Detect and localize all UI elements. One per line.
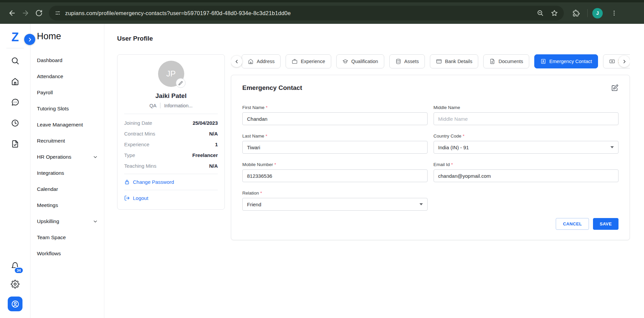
browser-toolbar: zupians.com/profile/emergency-contacts?u…: [0, 0, 644, 24]
extensions-button[interactable]: [569, 6, 583, 20]
detail-row-teaching-mins: Teaching Mins N/A: [124, 160, 218, 171]
profile-tabs: Address Experience Qualification As: [231, 54, 630, 68]
contact-badge-icon: [540, 58, 546, 64]
side-nav: Home Dashboard Attendance Payroll Tutori…: [31, 24, 104, 318]
nav-item-meetings[interactable]: Meetings: [37, 197, 104, 213]
browser-menu-button[interactable]: [607, 6, 621, 20]
my-profile-button[interactable]: [8, 297, 22, 311]
nav-item-hr-operations[interactable]: HR Operations: [37, 149, 104, 165]
chevron-left-icon: [234, 59, 240, 64]
star-icon: [551, 9, 558, 17]
nav-item-upskilling[interactable]: Upskilling: [37, 213, 104, 229]
avatar-edit-button[interactable]: [176, 78, 186, 88]
browser-back-button[interactable]: [5, 6, 19, 20]
caret-down-icon: [419, 203, 423, 205]
home-icon[interactable]: [11, 77, 19, 86]
bookmark-star-button[interactable]: [548, 7, 560, 19]
zoom-out-button[interactable]: [534, 7, 546, 19]
first-name-label: First Name*: [242, 105, 428, 110]
nav-item-tutoring-slots[interactable]: Tutoring Slots: [37, 101, 104, 117]
logout-link[interactable]: Logout: [124, 190, 218, 206]
document-icon: [489, 58, 495, 64]
zoom-out-icon: [537, 9, 544, 17]
nav-item-dashboard[interactable]: Dashboard: [37, 52, 104, 68]
subtitle-divider: [160, 103, 160, 108]
tab-address[interactable]: Address: [242, 54, 281, 68]
url-text[interactable]: zupians.com/profile/emergency-contacts?u…: [65, 10, 534, 16]
nav-item-workflows[interactable]: Workflows: [37, 246, 104, 262]
nav-item-team-space[interactable]: Team Space: [37, 229, 104, 246]
last-name-input[interactable]: [242, 141, 428, 154]
browser-forward-button[interactable]: [19, 6, 32, 20]
banknote-icon: [609, 58, 615, 64]
field-first-name: First Name*: [242, 105, 428, 125]
pencil-icon: [178, 81, 183, 86]
search-icon[interactable]: [11, 56, 19, 65]
notification-count-badge: 34: [14, 267, 23, 274]
graduation-cap-icon: [342, 58, 348, 64]
clock-icon[interactable]: [11, 119, 19, 127]
tab-qualification[interactable]: Qualification: [336, 54, 384, 68]
address-bar[interactable]: zupians.com/profile/emergency-contacts?u…: [49, 6, 564, 20]
form-edit-button[interactable]: [611, 84, 618, 93]
field-relation: Relation* Friend: [242, 191, 428, 211]
first-name-input[interactable]: [242, 112, 428, 125]
tabs-scroll-right-button[interactable]: [618, 56, 630, 67]
user-profile-card: JP Jaiki Patel QA Information... Joining…: [117, 54, 225, 210]
arrow-right-icon: [21, 9, 30, 17]
cancel-button[interactable]: CANCEL: [556, 218, 589, 230]
field-middle-name: Middle Name: [434, 105, 619, 125]
caret-down-icon: [610, 146, 614, 148]
nav-item-leave-management[interactable]: Leave Management: [37, 117, 104, 133]
edit-pencil-square-icon: [611, 84, 618, 92]
user-designation: Information...: [164, 103, 193, 108]
tab-assets[interactable]: Assets: [389, 54, 425, 68]
nav-item-integrations[interactable]: Integrations: [37, 165, 104, 181]
toolbar-divider: [587, 9, 588, 17]
nav-item-attendance[interactable]: Attendance: [37, 68, 104, 85]
detail-row-type: Type Freelancer: [124, 150, 218, 160]
detail-row-experience: Experience 1: [124, 139, 218, 150]
relation-select[interactable]: Friend: [242, 198, 428, 211]
arrow-left-icon: [8, 9, 16, 17]
nav-item-calendar[interactable]: Calendar: [37, 181, 104, 197]
field-last-name: Last Name*: [242, 134, 428, 154]
settings-gear-icon[interactable]: [11, 280, 19, 288]
change-password-link[interactable]: Change Password: [124, 174, 218, 190]
middle-name-label: Middle Name: [434, 105, 619, 110]
sidebar-collapse-button[interactable]: [24, 34, 35, 45]
tab-emergency-contact[interactable]: Emergency Contact: [534, 54, 598, 68]
site-settings-icon[interactable]: [54, 10, 61, 16]
app-logo[interactable]: Z: [11, 31, 19, 43]
notifications-button[interactable]: 34: [11, 262, 19, 272]
middle-name-input[interactable]: [434, 112, 619, 125]
tab-bank-details[interactable]: Bank Details: [430, 54, 478, 68]
browser-profile-avatar[interactable]: J: [592, 8, 603, 18]
relation-label: Relation*: [242, 191, 428, 196]
tab-documents[interactable]: Documents: [483, 54, 529, 68]
detail-row-joining-date: Joining Date 25/04/2023: [124, 117, 218, 128]
tabs-scroll-left-button[interactable]: [231, 56, 242, 67]
rail-divider: [6, 48, 24, 48]
mobile-number-input[interactable]: [242, 169, 428, 182]
briefcase-icon: [292, 58, 298, 64]
lock-icon: [124, 179, 130, 185]
nav-item-payroll[interactable]: Payroll: [37, 85, 104, 101]
nav-item-recruitment[interactable]: Recruitment: [37, 133, 104, 149]
icon-rail: Z 34: [0, 24, 31, 318]
browser-reload-button[interactable]: [32, 6, 46, 20]
database-icon: [395, 58, 401, 64]
country-code-select[interactable]: India (IN) - 91: [434, 141, 619, 154]
save-button[interactable]: SAVE: [593, 218, 618, 230]
tasks-file-icon[interactable]: [11, 140, 19, 148]
home-icon: [248, 58, 254, 64]
puzzle-extension-icon: [572, 9, 580, 17]
bank-card-icon: [436, 58, 442, 64]
email-id-label: Email Id*: [434, 162, 619, 167]
tab-experience[interactable]: Experience: [286, 54, 331, 68]
chat-icon[interactable]: [11, 98, 19, 107]
email-id-input[interactable]: [434, 169, 619, 182]
nav-section-title: Home: [37, 31, 104, 42]
reload-icon: [35, 9, 43, 17]
country-code-label: Country Code*: [434, 134, 619, 139]
